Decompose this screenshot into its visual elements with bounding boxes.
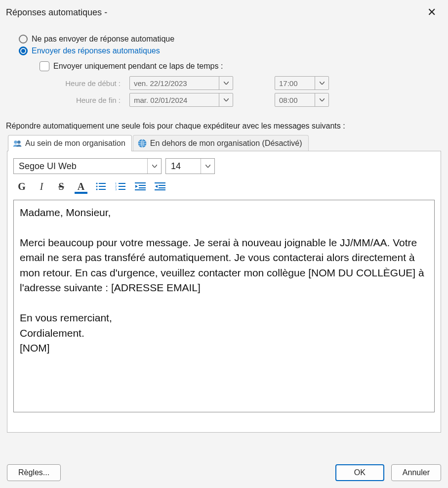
- font-color-button[interactable]: A: [75, 180, 87, 193]
- font-size-value: 14: [166, 159, 201, 174]
- chevron-down-icon[interactable]: [315, 77, 328, 89]
- people-icon: [12, 138, 22, 148]
- ok-button[interactable]: OK: [335, 464, 384, 481]
- svg-rect-18: [135, 189, 146, 190]
- svg-rect-12: [119, 186, 125, 187]
- start-label: Heure de début :: [40, 79, 123, 88]
- svg-point-1: [17, 140, 21, 144]
- start-date-value: ven. 22/12/2023: [130, 77, 219, 89]
- svg-rect-20: [159, 185, 165, 186]
- chevron-down-icon[interactable]: [219, 93, 233, 106]
- svg-rect-14: [119, 189, 125, 190]
- end-time-value: 08:00: [275, 93, 315, 106]
- titlebar: Réponses automatiques - ✕: [0, 0, 448, 22]
- time-range-grid: Heure de début : ven. 22/12/2023 17:00 H…: [40, 76, 443, 107]
- tab-inside-org[interactable]: Au sein de mon organisation: [8, 135, 132, 151]
- svg-rect-10: [119, 183, 125, 184]
- chevron-down-icon[interactable]: [147, 159, 161, 174]
- radio-no-send[interactable]: Ne pas envoyer de réponse automatique: [19, 35, 443, 44]
- end-date-combo[interactable]: mar. 02/01/2024: [129, 93, 233, 107]
- start-date-combo[interactable]: ven. 22/12/2023: [129, 76, 233, 90]
- indent-icon[interactable]: [154, 180, 166, 193]
- bullet-list-icon[interactable]: [94, 180, 107, 193]
- svg-point-7: [96, 189, 98, 190]
- end-label: Heure de fin :: [40, 96, 123, 104]
- svg-point-0: [14, 140, 17, 144]
- svg-rect-16: [139, 185, 146, 186]
- svg-rect-6: [99, 186, 106, 187]
- rules-button[interactable]: Règles...: [7, 464, 61, 481]
- svg-rect-21: [159, 187, 165, 188]
- svg-rect-15: [135, 182, 146, 183]
- font-family-select[interactable]: Segoe UI Web: [13, 158, 162, 174]
- instruction-text: Répondre automatiquement une seule fois …: [5, 122, 443, 131]
- radio-send-label: Envoyer des réponses automatiques: [32, 46, 160, 55]
- dialog-content: Ne pas envoyer de réponse automatique En…: [0, 22, 448, 433]
- svg-rect-17: [139, 187, 146, 188]
- tab-outside-label: En dehors de mon organisation (Désactivé…: [150, 139, 302, 148]
- chevron-down-icon[interactable]: [315, 93, 328, 106]
- font-toolbar-row2: G I S A 123: [13, 180, 435, 193]
- end-date-value: mar. 02/01/2024: [130, 93, 219, 106]
- numbered-list-icon[interactable]: 123: [114, 180, 127, 193]
- svg-rect-22: [155, 189, 165, 190]
- end-time-combo[interactable]: 08:00: [275, 93, 329, 107]
- radio-icon: [19, 46, 28, 55]
- radio-send[interactable]: Envoyer des réponses automatiques: [19, 46, 443, 55]
- radio-icon: [19, 35, 28, 44]
- message-editor[interactable]: Madame, Monsieur, Merci beaucoup pour vo…: [13, 200, 435, 412]
- bold-button[interactable]: G: [15, 180, 28, 193]
- dialog-footer: Règles... OK Annuler: [0, 464, 448, 481]
- tab-strip: Au sein de mon organisation En dehors de…: [5, 134, 443, 151]
- start-time-value: 17:00: [275, 77, 315, 89]
- chevron-down-icon[interactable]: [219, 77, 233, 89]
- svg-point-5: [96, 186, 98, 187]
- svg-rect-8: [99, 189, 106, 190]
- font-size-select[interactable]: 14: [165, 158, 215, 174]
- svg-rect-4: [99, 183, 106, 184]
- svg-rect-19: [155, 182, 165, 183]
- window-title: Réponses automatiques -: [6, 7, 107, 18]
- radio-no-send-label: Ne pas envoyer de réponse automatique: [32, 35, 174, 44]
- underline-button[interactable]: S: [55, 180, 68, 193]
- checkbox-icon: [40, 61, 49, 71]
- tab-outside-org[interactable]: En dehors de mon organisation (Désactivé…: [133, 135, 309, 151]
- outdent-icon[interactable]: [134, 180, 147, 193]
- tab-inside-label: Au sein de mon organisation: [25, 139, 125, 148]
- checkbox-only-during-label: Envoyer uniquement pendant ce laps de te…: [53, 62, 223, 71]
- start-time-combo[interactable]: 17:00: [275, 76, 329, 90]
- cancel-button[interactable]: Annuler: [391, 464, 441, 481]
- end-time-row: Heure de fin : mar. 02/01/2024 08:00: [40, 93, 443, 107]
- italic-button[interactable]: I: [35, 180, 48, 193]
- checkbox-only-during[interactable]: Envoyer uniquement pendant ce laps de te…: [40, 61, 443, 71]
- start-time-row: Heure de début : ven. 22/12/2023 17:00: [40, 76, 443, 90]
- globe-icon: [137, 138, 147, 148]
- font-toolbar-row1: Segoe UI Web 14: [13, 158, 435, 174]
- autoreply-dialog: Réponses automatiques - ✕ Ne pas envoyer…: [0, 0, 448, 488]
- svg-text:3: 3: [115, 188, 117, 191]
- close-icon[interactable]: ✕: [423, 5, 440, 20]
- chevron-down-icon[interactable]: [201, 159, 214, 174]
- tab-panel: Segoe UI Web 14 G I S A 123: [7, 151, 441, 433]
- font-family-value: Segoe UI Web: [14, 159, 147, 174]
- svg-point-3: [96, 183, 98, 184]
